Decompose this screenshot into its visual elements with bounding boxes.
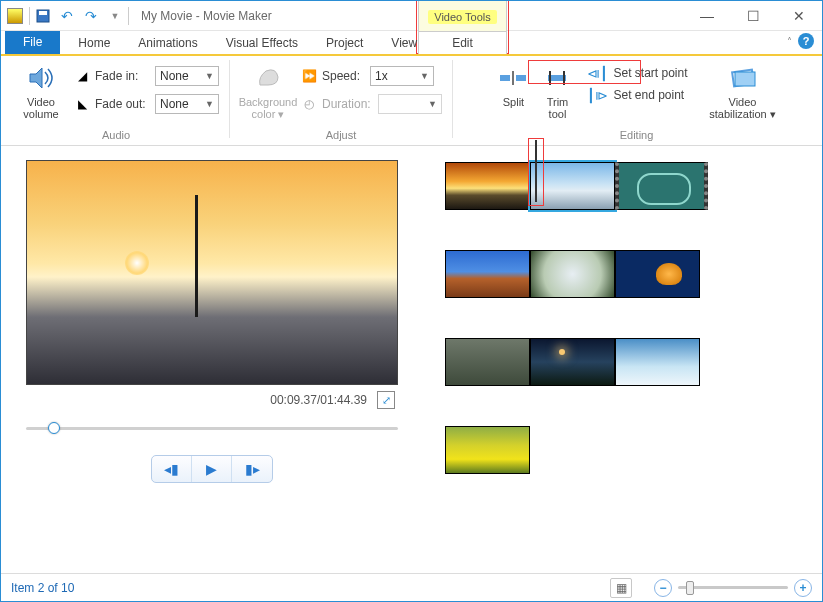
clip-5[interactable] [530,250,615,298]
group-adjust: Background color ▾ ⏩ Speed: 1x▼ ◴ Durati… [234,60,448,145]
duration-row: ◴ Duration: ▼ [300,92,442,116]
storyboard-playhead[interactable] [535,140,537,202]
fade-out-combo[interactable]: None▼ [155,94,219,114]
minimize-button[interactable]: — [684,1,730,31]
split-button[interactable]: Split [491,60,535,108]
window-title: My Movie - Movie Maker [141,9,272,23]
clip-7[interactable] [445,338,530,386]
clip-row-1 [445,162,810,210]
zoom-control: − + [654,579,812,597]
clip-row-3 [445,338,810,386]
svg-rect-9 [735,72,755,86]
duration-icon: ◴ [300,95,318,113]
fade-in-row: ◢ Fade in: None▼ [73,64,219,88]
help-button[interactable]: ? [798,33,814,49]
trim-tool-button[interactable]: Trim tool [535,60,579,120]
redo-button[interactable]: ↷ [80,5,102,27]
undo-button[interactable]: ↶ [56,5,78,27]
thumbnail-view-button[interactable]: ▦ [610,578,632,598]
clip-6[interactable] [615,250,700,298]
title-bar: ↶ ↷ ▼ My Movie - Movie Maker Video Tools… [1,1,822,31]
zoom-in-button[interactable]: + [794,579,812,597]
tab-file[interactable]: File [5,31,60,54]
speed-icon: ⏩ [300,67,318,85]
set-start-icon: ⧏┃ [587,66,608,81]
tab-animations[interactable]: Animations [124,33,211,54]
status-bar: Item 2 of 10 ▦ − + [1,573,822,601]
svg-rect-2 [500,75,510,81]
speed-combo[interactable]: 1x▼ [370,66,434,86]
clip-row-4 [445,426,810,474]
tab-home[interactable]: Home [64,33,124,54]
duration-combo: ▼ [378,94,442,114]
quick-access-toolbar: ↶ ↷ ▼ [32,5,126,27]
ribbon-collapse-icon[interactable]: ˄ [787,36,792,47]
svg-rect-1 [39,11,47,15]
prev-frame-button[interactable]: ◂▮ [152,456,192,482]
qat-dropdown[interactable]: ▼ [104,5,126,27]
zoom-out-button[interactable]: − [654,579,672,597]
play-button[interactable]: ▶ [192,456,232,482]
ribbon: Video volume ◢ Fade in: None▼ ◣ Fade out… [1,54,822,146]
next-frame-button[interactable]: ▮▸ [232,456,272,482]
close-button[interactable]: ✕ [776,1,822,31]
preview-pane: 00:09.37/01:44.39 ⤢ ◂▮ ▶ ▮▸ [1,146,417,563]
clip-2[interactable] [530,162,615,210]
video-stabilization-button[interactable]: Video stabilization ▾ [704,60,782,120]
group-editing: Split Trim tool ⧏┃ Set start point ┃⧐ Se… [457,60,816,145]
clip-10[interactable] [445,426,530,474]
tab-visual-effects[interactable]: Visual Effects [212,33,312,54]
preview-monitor[interactable] [26,160,398,385]
save-button[interactable] [32,5,54,27]
playback-controls: ◂▮ ▶ ▮▸ [151,455,273,483]
seek-thumb[interactable] [48,422,60,434]
set-end-point-button[interactable]: ┃⧐ Set end point [581,84,693,106]
set-start-point-button[interactable]: ⧏┃ Set start point [581,62,693,84]
svg-rect-3 [516,75,526,81]
fade-in-combo[interactable]: None▼ [155,66,219,86]
fullscreen-button[interactable]: ⤢ [377,391,395,409]
speed-row: ⏩ Speed: 1x▼ [300,64,442,88]
video-volume-button[interactable]: Video volume [13,60,69,120]
storyboard-pane[interactable] [417,146,822,563]
contextual-tab-header: Video Tools [418,0,507,31]
tab-project[interactable]: Project [312,33,377,54]
clip-row-2 [445,250,810,298]
set-end-icon: ┃⧐ [587,88,608,103]
background-color-button: Background color ▾ [240,60,296,120]
clip-8[interactable] [530,338,615,386]
app-icon [7,8,23,24]
fade-out-row: ◣ Fade out: None▼ [73,92,219,116]
status-item-label: Item 2 of 10 [11,581,74,595]
clip-9[interactable] [615,338,700,386]
group-audio: Video volume ◢ Fade in: None▼ ◣ Fade out… [7,60,225,145]
seek-bar[interactable] [26,419,398,437]
clip-1[interactable] [445,162,530,210]
clip-4[interactable] [445,250,530,298]
clip-3[interactable] [615,162,708,210]
zoom-slider[interactable] [678,586,788,589]
main-area: 00:09.37/01:44.39 ⤢ ◂▮ ▶ ▮▸ [1,146,822,563]
ribbon-tabs: File Home Animations Visual Effects Proj… [1,31,822,54]
zoom-thumb[interactable] [686,581,694,595]
maximize-button[interactable]: ☐ [730,1,776,31]
timecode-label: 00:09.37/01:44.39 [270,393,367,407]
fade-out-icon: ◣ [73,95,91,113]
fade-in-icon: ◢ [73,67,91,85]
tab-edit[interactable]: Edit [418,31,507,54]
